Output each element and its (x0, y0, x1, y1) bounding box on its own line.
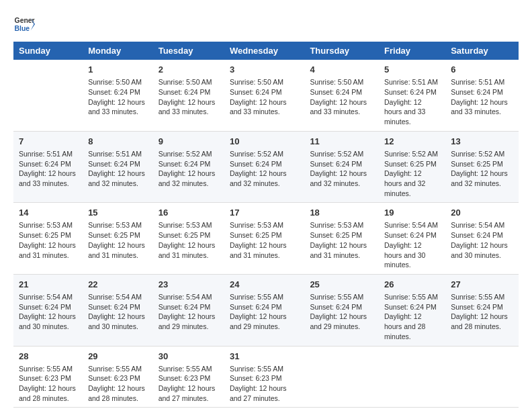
sunrise-text: Sunrise: 5:55 AM (230, 292, 299, 302)
calendar-cell: 7 Sunrise: 5:51 AM Sunset: 6:24 PM Dayli… (13, 131, 83, 203)
sunset-text: Sunset: 6:24 PM (88, 159, 148, 169)
daylight-text: Daylight: 12 hours and 27 minutes. (159, 383, 219, 403)
calendar-cell (445, 346, 519, 408)
daylight-text: Daylight: 12 hours and 28 minutes. (88, 383, 148, 403)
calendar-cell: 4 Sunrise: 5:50 AM Sunset: 6:24 PM Dayli… (304, 60, 379, 131)
sunrise-text: Sunrise: 5:52 AM (451, 149, 513, 159)
sunrise-text: Sunrise: 5:53 AM (159, 220, 219, 230)
day-number: 15 (88, 207, 148, 219)
day-number: 4 (310, 64, 373, 76)
day-number: 14 (19, 207, 77, 219)
daylight-text: Daylight: 12 hours and 32 minutes. (230, 169, 299, 188)
day-number: 31 (230, 351, 299, 363)
calendar-cell: 15 Sunrise: 5:53 AM Sunset: 6:25 PM Dayl… (83, 203, 153, 275)
day-number: 13 (451, 136, 513, 148)
header-row: SundayMondayTuesdayWednesdayThursdayFrid… (13, 42, 519, 60)
sunset-text: Sunset: 6:24 PM (384, 230, 440, 240)
day-number: 20 (451, 207, 513, 219)
day-number: 7 (19, 136, 77, 148)
daylight-text: Daylight: 12 hours and 33 minutes. (159, 97, 219, 117)
day-header-saturday: Saturday (445, 42, 519, 60)
calendar-table: SundayMondayTuesdayWednesdayThursdayFrid… (13, 42, 519, 408)
day-number: 2 (159, 64, 219, 76)
sunrise-text: Sunrise: 5:53 AM (19, 220, 77, 230)
week-row-1: 1 Sunrise: 5:50 AM Sunset: 6:24 PM Dayli… (13, 60, 519, 131)
sunrise-text: Sunrise: 5:55 AM (19, 364, 77, 374)
sunset-text: Sunset: 6:23 PM (19, 373, 77, 383)
day-header-monday: Monday (83, 42, 153, 60)
sunset-text: Sunset: 6:25 PM (88, 230, 148, 240)
daylight-text: Daylight: 12 hours and 33 minutes. (19, 169, 77, 188)
daylight-text: Daylight: 12 hours and 31 minutes. (88, 240, 148, 260)
daylight-text: Daylight: 12 hours and 33 minutes. (88, 97, 148, 117)
day-number: 27 (451, 279, 513, 291)
daylight-text: Daylight: 12 hours and 33 minutes. (384, 97, 440, 127)
week-row-2: 7 Sunrise: 5:51 AM Sunset: 6:24 PM Dayli… (13, 131, 519, 203)
calendar-cell: 1 Sunrise: 5:50 AM Sunset: 6:24 PM Dayli… (83, 60, 153, 131)
calendar-cell: 26 Sunrise: 5:55 AM Sunset: 6:24 PM Dayl… (379, 274, 445, 346)
day-header-thursday: Thursday (304, 42, 379, 60)
sunrise-text: Sunrise: 5:55 AM (310, 292, 373, 302)
sunrise-text: Sunrise: 5:55 AM (384, 292, 440, 302)
sunrise-text: Sunrise: 5:53 AM (310, 220, 373, 230)
sunset-text: Sunset: 6:24 PM (159, 159, 219, 169)
sunrise-text: Sunrise: 5:51 AM (88, 149, 148, 159)
sunset-text: Sunset: 6:25 PM (451, 159, 513, 169)
calendar-cell: 2 Sunrise: 5:50 AM Sunset: 6:24 PM Dayli… (153, 60, 224, 131)
calendar-cell: 20 Sunrise: 5:54 AM Sunset: 6:24 PM Dayl… (445, 203, 519, 275)
sunset-text: Sunset: 6:24 PM (230, 159, 299, 169)
calendar-cell: 3 Sunrise: 5:50 AM Sunset: 6:24 PM Dayli… (224, 60, 304, 131)
daylight-text: Daylight: 12 hours and 29 minutes. (310, 312, 373, 331)
sunrise-text: Sunrise: 5:55 AM (88, 364, 148, 374)
calendar-cell: 17 Sunrise: 5:53 AM Sunset: 6:25 PM Dayl… (224, 203, 304, 275)
calendar-cell: 23 Sunrise: 5:54 AM Sunset: 6:24 PM Dayl… (153, 274, 224, 346)
calendar-cell: 29 Sunrise: 5:55 AM Sunset: 6:23 PM Dayl… (83, 346, 153, 408)
sunrise-text: Sunrise: 5:54 AM (88, 292, 148, 302)
sunset-text: Sunset: 6:24 PM (310, 302, 373, 312)
day-header-wednesday: Wednesday (224, 42, 304, 60)
daylight-text: Daylight: 12 hours and 29 minutes. (230, 312, 299, 331)
calendar-cell: 9 Sunrise: 5:52 AM Sunset: 6:24 PM Dayli… (153, 131, 224, 203)
day-number: 19 (384, 207, 440, 219)
day-number: 1 (88, 64, 148, 76)
day-number: 26 (384, 279, 440, 291)
daylight-text: Daylight: 12 hours and 31 minutes. (19, 240, 77, 260)
calendar-cell: 11 Sunrise: 5:52 AM Sunset: 6:24 PM Dayl… (304, 131, 379, 203)
daylight-text: Daylight: 12 hours and 27 minutes. (230, 383, 299, 403)
calendar-cell: 27 Sunrise: 5:55 AM Sunset: 6:24 PM Dayl… (445, 274, 519, 346)
calendar-cell: 31 Sunrise: 5:55 AM Sunset: 6:23 PM Dayl… (224, 346, 304, 408)
sunrise-text: Sunrise: 5:50 AM (230, 77, 299, 87)
week-row-4: 21 Sunrise: 5:54 AM Sunset: 6:24 PM Dayl… (13, 274, 519, 346)
daylight-text: Daylight: 12 hours and 30 minutes. (88, 312, 148, 331)
calendar-cell: 6 Sunrise: 5:51 AM Sunset: 6:24 PM Dayli… (445, 60, 519, 131)
daylight-text: Daylight: 12 hours and 29 minutes. (159, 312, 219, 331)
calendar-cell: 16 Sunrise: 5:53 AM Sunset: 6:25 PM Dayl… (153, 203, 224, 275)
day-number: 12 (384, 136, 440, 148)
sunset-text: Sunset: 6:24 PM (230, 302, 299, 312)
daylight-text: Daylight: 12 hours and 32 minutes. (384, 169, 440, 198)
sunrise-text: Sunrise: 5:55 AM (230, 364, 299, 374)
day-number: 28 (19, 351, 77, 363)
sunset-text: Sunset: 6:25 PM (310, 230, 373, 240)
sunrise-text: Sunrise: 5:55 AM (159, 364, 219, 374)
sunrise-text: Sunrise: 5:54 AM (19, 292, 77, 302)
logo: General Blue (13, 13, 38, 35)
calendar-cell: 28 Sunrise: 5:55 AM Sunset: 6:23 PM Dayl… (13, 346, 83, 408)
sunrise-text: Sunrise: 5:52 AM (159, 149, 219, 159)
daylight-text: Daylight: 12 hours and 28 minutes. (19, 383, 77, 403)
calendar-cell: 14 Sunrise: 5:53 AM Sunset: 6:25 PM Dayl… (13, 203, 83, 275)
sunrise-text: Sunrise: 5:52 AM (384, 149, 440, 159)
day-number: 22 (88, 279, 148, 291)
sunrise-text: Sunrise: 5:50 AM (310, 77, 373, 87)
sunset-text: Sunset: 6:24 PM (384, 302, 440, 312)
sunset-text: Sunset: 6:24 PM (88, 302, 148, 312)
daylight-text: Daylight: 12 hours and 28 minutes. (384, 312, 440, 341)
day-number: 6 (451, 64, 513, 76)
sunset-text: Sunset: 6:24 PM (451, 302, 513, 312)
sunrise-text: Sunrise: 5:51 AM (19, 149, 77, 159)
calendar-cell (13, 60, 83, 131)
page-header: General Blue (13, 13, 519, 35)
calendar-cell: 18 Sunrise: 5:53 AM Sunset: 6:25 PM Dayl… (304, 203, 379, 275)
day-header-tuesday: Tuesday (153, 42, 224, 60)
day-number: 11 (310, 136, 373, 148)
